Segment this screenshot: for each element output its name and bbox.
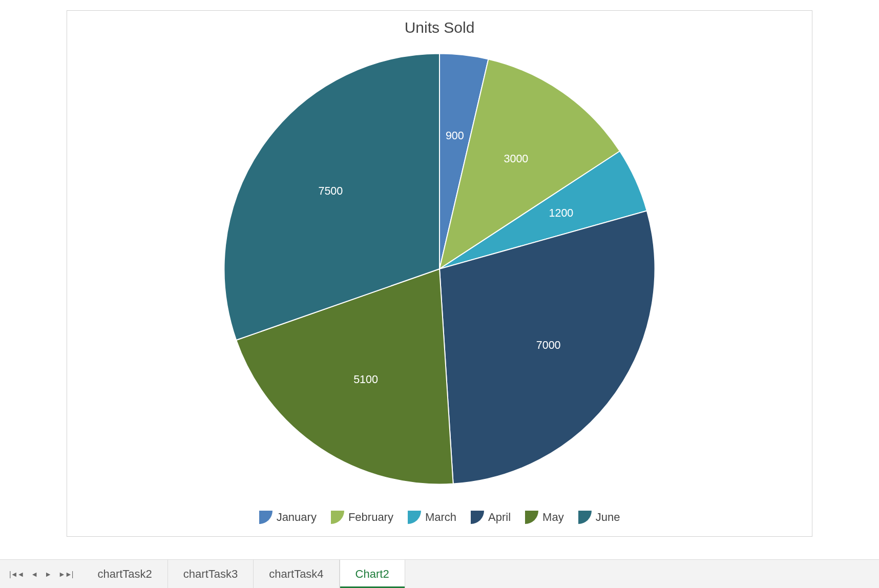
sheet-tab[interactable]: chartTask3 <box>168 560 254 588</box>
sheet-tab[interactable]: Chart2 <box>340 559 405 588</box>
chart-area: Units Sold 90030001200700051007500 Janua… <box>67 10 812 537</box>
legend-label: June <box>596 511 620 524</box>
legend-label: May <box>542 511 564 524</box>
legend-swatch-icon <box>578 511 592 524</box>
legend-label: February <box>348 511 393 524</box>
last-icon[interactable]: ►►| <box>58 570 73 578</box>
pie-data-label: 5100 <box>353 373 378 386</box>
legend-swatch-icon <box>525 511 538 524</box>
legend-item[interactable]: February <box>331 511 393 524</box>
legend-swatch-icon <box>331 511 344 524</box>
legend-item[interactable]: June <box>578 511 620 524</box>
legend-item[interactable]: May <box>525 511 564 524</box>
pie-chart: 90030001200700051007500 <box>214 44 665 494</box>
legend-label: January <box>277 511 317 524</box>
legend-swatch-icon <box>259 511 273 524</box>
pie-data-label: 900 <box>446 130 464 142</box>
prev-icon[interactable]: ◄ <box>31 570 37 578</box>
first-icon[interactable]: |◄◄ <box>9 570 24 578</box>
pie-data-label: 3000 <box>504 153 528 165</box>
pie-data-label: 1200 <box>549 207 573 219</box>
chart-title: Units Sold <box>67 19 812 36</box>
pie-data-label: 7500 <box>318 185 343 197</box>
legend-item[interactable]: March <box>408 511 456 524</box>
sheet-tabstrip: |◄◄ ◄ ► ►►| chartTask2chartTask3chartTas… <box>0 559 879 588</box>
sheet-tabs: chartTask2chartTask3chartTask4Chart2 <box>82 560 405 588</box>
chart-legend: JanuaryFebruaryMarchAprilMayJune <box>67 511 812 524</box>
legend-item[interactable]: April <box>471 511 511 524</box>
next-icon[interactable]: ► <box>45 570 51 578</box>
legend-swatch-icon <box>408 511 421 524</box>
sheet-nav-controls: |◄◄ ◄ ► ►►| <box>0 560 82 588</box>
pie-data-label: 7000 <box>536 339 561 351</box>
legend-swatch-icon <box>471 511 484 524</box>
legend-item[interactable]: January <box>259 511 317 524</box>
legend-label: March <box>425 511 456 524</box>
legend-label: April <box>488 511 511 524</box>
sheet-tab[interactable]: chartTask2 <box>82 560 168 588</box>
sheet-tab[interactable]: chartTask4 <box>254 560 339 588</box>
